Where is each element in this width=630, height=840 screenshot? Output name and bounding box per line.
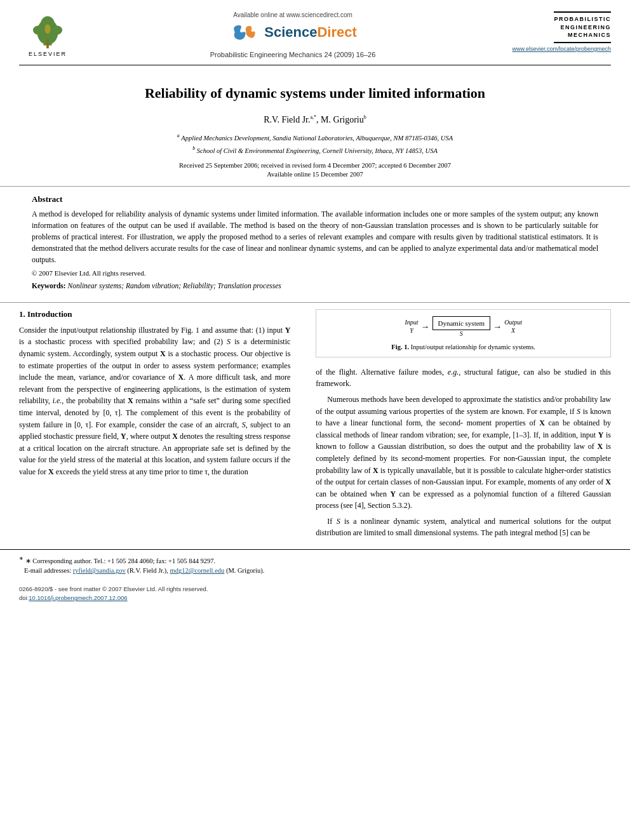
output-var: X bbox=[511, 327, 515, 334]
arrow2-icon: → bbox=[490, 322, 504, 332]
section1-body-right: of the flight. Alternative failure modes… bbox=[316, 366, 611, 539]
system-box: Dynamic system bbox=[432, 316, 491, 330]
copyright-line: © 2007 Elsevier Ltd. All rights reserved… bbox=[32, 269, 598, 277]
sciencedirect-logo: ScienceDirect bbox=[229, 21, 357, 43]
elsevier-tree-icon bbox=[25, 11, 70, 50]
elsevier-label: ELSEVIER bbox=[29, 51, 67, 57]
available-online-date: Available online 15 December 2007 bbox=[51, 171, 579, 178]
header-right: PROBABILISTICENGINEERINGMECHANICS www.el… bbox=[509, 11, 611, 52]
journal-title-box: PROBABILISTICENGINEERINGMECHANICS bbox=[554, 11, 611, 43]
col-left: 1. Introduction Consider the input/outpu… bbox=[19, 309, 303, 543]
affiliations: a Applied Mechanics Development, Sandia … bbox=[51, 132, 579, 156]
output-label-top: Output bbox=[504, 319, 522, 326]
authors: R.V. Field Jr.a,*, M. Grigoriub bbox=[51, 114, 579, 125]
journal-name: Probabilistic Engineering Mechanics 24 (… bbox=[210, 51, 376, 58]
col-right: Input Y → Dynamic system S → Output X bbox=[303, 309, 611, 543]
right-para3: If S is a nonlinear dynamic system, anal… bbox=[316, 516, 611, 539]
keywords-label: Keywords: bbox=[32, 282, 66, 290]
email2-link[interactable]: mdg12@cornell.edu bbox=[170, 567, 225, 574]
figure1-caption: Fig. 1. Input/output relationship for dy… bbox=[326, 343, 601, 350]
footer-doi: doi:10.1016/j.probengmech.2007.12.006 bbox=[19, 594, 611, 603]
elsevier-logo: ELSEVIER bbox=[19, 11, 76, 57]
right-para1: of the flight. Alternative failure modes… bbox=[316, 366, 611, 390]
abstract-section: Abstract A method is developed for relia… bbox=[0, 186, 630, 296]
keywords-text: Nonlinear systems; Random vibration; Rel… bbox=[68, 282, 281, 290]
abstract-title: Abstract bbox=[32, 194, 598, 204]
email1-link[interactable]: ryfield@sandia.gov bbox=[73, 567, 126, 574]
sciencedirect-text: ScienceDirect bbox=[264, 24, 357, 41]
footnote-section: ∗ ∗ Corresponding author. Tel.: +1 505 2… bbox=[0, 549, 630, 576]
section1-title: 1. Introduction bbox=[19, 309, 290, 319]
arrow1-icon: → bbox=[419, 322, 432, 332]
journal-title-text: PROBABILISTICENGINEERINGMECHANICS bbox=[554, 15, 611, 39]
footer-issn: 0266-8920/$ - see front matter © 2007 El… bbox=[19, 585, 611, 594]
affiliation-b: b School of Civil & Environmental Engine… bbox=[51, 145, 579, 156]
intro-para1: Consider the input/output relationship i… bbox=[19, 324, 290, 478]
footnote-star: ∗ ∗ Corresponding author. Tel.: +1 505 2… bbox=[19, 555, 611, 566]
figure1-box: Input Y → Dynamic system S → Output X bbox=[316, 309, 611, 357]
page: ELSEVIER Available online at www.science… bbox=[0, 0, 630, 840]
svg-rect-5 bbox=[46, 39, 49, 48]
svg-point-3 bbox=[33, 25, 44, 35]
email-label: E-mail addresses: bbox=[24, 567, 71, 574]
input-var: Y bbox=[410, 327, 413, 334]
system-group: Dynamic system S bbox=[432, 316, 491, 338]
figure1-diagram: Input Y → Dynamic system S → Output X bbox=[326, 316, 601, 338]
keywords-line: Keywords: Nonlinear systems; Random vibr… bbox=[32, 282, 598, 290]
input-group: Input Y bbox=[405, 319, 418, 335]
available-online-text: Available online at www.sciencedirect.co… bbox=[233, 11, 352, 18]
input-label-top: Input bbox=[405, 319, 418, 326]
svg-point-4 bbox=[51, 25, 62, 35]
figure1-label: Fig. 1. bbox=[391, 343, 409, 350]
title-section: Reliability of dynamic systems under lim… bbox=[0, 65, 630, 186]
main-content: 1. Introduction Consider the input/outpu… bbox=[0, 302, 630, 543]
output-group: Output X bbox=[504, 319, 522, 335]
header: ELSEVIER Available online at www.science… bbox=[0, 0, 630, 58]
footer-section: 0266-8920/$ - see front matter © 2007 El… bbox=[0, 580, 630, 603]
journal-url: www.elsevier.com/locate/probengmech bbox=[512, 46, 611, 52]
footnote-email: E-mail addresses: ryfield@sandia.gov (R.… bbox=[19, 566, 611, 576]
sd-icon bbox=[229, 21, 260, 43]
header-center: Available online at www.sciencedirect.co… bbox=[76, 11, 509, 58]
affiliation-a: a Applied Mechanics Development, Sandia … bbox=[51, 132, 579, 143]
email2-name: (M. Grigoriu). bbox=[226, 567, 264, 574]
right-para2: Numerous methods have been developed to … bbox=[316, 394, 611, 512]
received-dates: Received 25 September 2006; received in … bbox=[51, 162, 579, 169]
email1-name: (R.V. Field Jr.), bbox=[127, 567, 168, 574]
abstract-text: A method is developed for reliability an… bbox=[32, 208, 598, 265]
paper-title: Reliability of dynamic systems under lim… bbox=[51, 84, 579, 103]
section1-body-left: Consider the input/output relationship i… bbox=[19, 324, 290, 478]
figure1-caption-text: Input/output relationship for dynamic sy… bbox=[411, 343, 535, 350]
footer-doi-link[interactable]: 10.1016/j.probengmech.2007.12.006 bbox=[29, 594, 127, 601]
system-var: S bbox=[460, 330, 463, 337]
svg-point-6 bbox=[44, 24, 50, 34]
